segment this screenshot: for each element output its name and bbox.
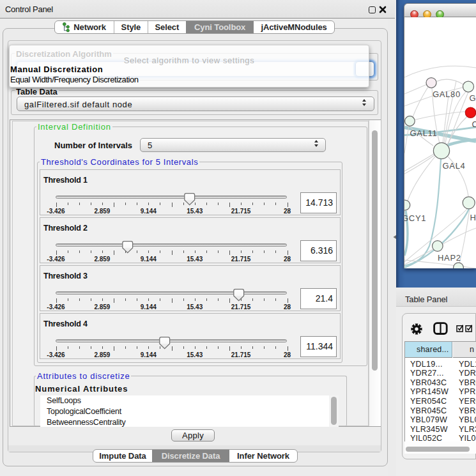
threshold-value-field[interactable] (300, 336, 337, 357)
slider-tick (288, 346, 288, 351)
thresholds-group-title: Threshold's Coordinates for 5 Intervals (40, 157, 199, 167)
number-of-intervals-combo[interactable]: 5 (140, 138, 326, 152)
attribute-item[interactable]: BetweennessCentrality (40, 417, 329, 427)
network-edge[interactable] (445, 140, 476, 146)
node-table[interactable]: shared...nYDL19...YDL1YDR27...YDR2YBR043… (404, 341, 476, 441)
columns-icon[interactable] (433, 322, 448, 335)
table-cell[interactable]: YPR1 (459, 387, 476, 396)
network-node-pink[interactable] (426, 78, 436, 88)
table-cell[interactable]: YBL079W (410, 415, 447, 424)
tab-jactivemnodules[interactable]: jActiveMNodules (254, 21, 334, 33)
network-node-h[interactable] (463, 197, 475, 209)
tab-select[interactable]: Select (148, 21, 186, 33)
panel-splitter[interactable] (388, 19, 396, 476)
table-cell[interactable]: YIL0 (459, 434, 476, 441)
gear-icon[interactable] (411, 323, 422, 335)
slider-track[interactable] (56, 339, 287, 342)
slider-track[interactable] (56, 243, 287, 247)
slider-tick (288, 250, 288, 255)
network-canvas[interactable]: GAL80GACGAL11GAL4GCY1HHAP2 (404, 17, 476, 268)
slider-tick (125, 203, 126, 205)
table-cell[interactable]: YDR2 (459, 369, 476, 378)
slider-tick (148, 250, 149, 253)
network-edge[interactable] (404, 155, 434, 174)
table-hscrollbar-thumb[interactable] (406, 447, 470, 452)
table-cell[interactable]: YDL19... (410, 360, 443, 369)
table-cell[interactable]: YIL052C (410, 434, 442, 441)
splitter-collapse-icon[interactable] (393, 235, 396, 239)
table-header-shared-name[interactable]: shared... (405, 342, 452, 358)
network-edge[interactable] (404, 66, 476, 77)
table-cell[interactable]: YDL1 (459, 360, 476, 369)
network-edge[interactable] (436, 79, 463, 84)
slider-tick (56, 250, 57, 255)
float-window-icon[interactable] (369, 6, 376, 13)
checkbox-icon[interactable] (456, 325, 464, 332)
network-edge[interactable] (404, 126, 409, 153)
slider-thumb[interactable] (184, 193, 196, 206)
table-cell[interactable]: YBL0 (459, 415, 476, 424)
network-node-bottom-green[interactable] (454, 263, 464, 268)
network-node-red[interactable] (465, 107, 475, 118)
table-cell[interactable]: YLR345W (410, 425, 448, 434)
checkbox-icon[interactable] (465, 325, 473, 332)
threshold-value-field[interactable] (300, 240, 337, 261)
slider-tick (79, 298, 80, 301)
network-edge[interactable] (404, 154, 434, 171)
popup-item-manual-discretization[interactable]: Manual Discretization (10, 65, 103, 74)
threshold-value-field[interactable] (300, 288, 337, 309)
close-icon[interactable] (379, 6, 387, 13)
network-node-label: GAL11 (410, 128, 438, 138)
slider-tick (195, 298, 196, 301)
table-cell[interactable]: YBR045C (410, 406, 447, 415)
bottom-tab-infer-network[interactable]: Infer Network (229, 450, 297, 462)
network-edge[interactable] (408, 157, 435, 201)
slider-tick-label: 2.859 (94, 256, 110, 263)
table-cell[interactable]: YBR0 (459, 378, 476, 387)
table-cell[interactable]: YPR145W (410, 387, 449, 396)
network-node-gal4[interactable] (433, 142, 449, 158)
threshold-value-field[interactable] (300, 192, 337, 213)
table-header-name[interactable]: n (453, 342, 476, 358)
table-cell[interactable]: YER054C (410, 397, 447, 406)
slider-tick (275, 298, 276, 301)
network-node-gal11[interactable] (405, 116, 415, 127)
table-data-combo[interactable]: galFiltered.sif default node (17, 96, 374, 111)
bottom-tab-impute-data[interactable]: Impute Data (93, 450, 152, 462)
slider-tick (183, 250, 184, 253)
slider-track[interactable] (56, 291, 287, 295)
slider-thumb[interactable] (233, 289, 245, 302)
attribute-item[interactable]: TopologicalCoefficient (40, 406, 329, 417)
table-cell[interactable]: YBR043C (410, 378, 447, 387)
network-node-hap2[interactable] (433, 241, 443, 252)
apply-button[interactable]: Apply (171, 429, 215, 441)
slider-thumb[interactable] (159, 337, 171, 349)
slider-track[interactable] (56, 196, 287, 199)
table-cell[interactable]: YLR3 (459, 425, 476, 434)
slider-tick-label: 9.144 (141, 208, 157, 215)
network-edge[interactable] (404, 85, 426, 95)
popup-item-equal-width[interactable]: Equal Width/Frequency Discretization (10, 75, 139, 84)
attributes-scrollbar-thumb[interactable] (331, 397, 337, 425)
table-cell[interactable]: YDR27... (410, 369, 444, 378)
screenshot-root: Control Panel NetworkStyleSelectCyni Too… (0, 0, 476, 476)
network-node-top-green[interactable] (463, 81, 474, 92)
popup-prompt-item[interactable]: Select algorithm to view settings (9, 56, 369, 65)
slider-thumb[interactable] (122, 241, 134, 254)
table-cell[interactable]: YBR0 (459, 406, 476, 415)
threshold-row-3: Threshold 3-3.4262.8599.14415.4321.71528 (40, 265, 341, 311)
scrollpane-vscrollbar-thumb[interactable] (372, 130, 378, 371)
slider-tick-label: 21.715 (231, 208, 251, 215)
tab-style[interactable]: Style (114, 21, 148, 33)
tab-network[interactable]: Network (55, 21, 114, 33)
tab-cyni-toolbox[interactable]: Cyni Toolbox (186, 21, 254, 33)
attribute-item[interactable]: SelfLoops (40, 395, 329, 406)
numerical-attributes-list[interactable]: SelfLoopsTopologicalCoefficientBetweenne… (40, 395, 329, 427)
slider-tick (91, 346, 91, 349)
slider-tick (172, 203, 173, 207)
slider-tick (288, 203, 288, 207)
network-node-gcy1[interactable] (404, 200, 410, 210)
bottom-tab-discretize-data[interactable]: Discretize Data (152, 450, 229, 462)
slider-tick (160, 298, 160, 301)
table-cell[interactable]: YER0 (459, 397, 476, 406)
